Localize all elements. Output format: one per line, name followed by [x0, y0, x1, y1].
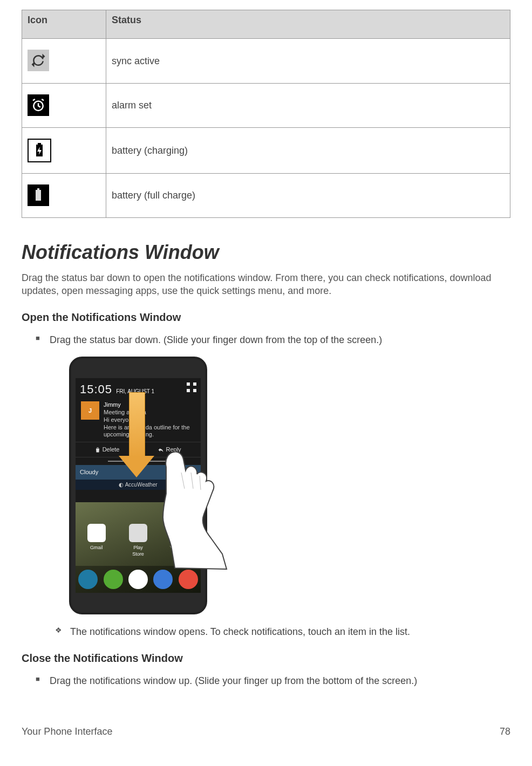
open-step: Drag the status bar down. (Slide your fi… [50, 333, 510, 346]
playstore-icon [129, 524, 147, 542]
shade-time: 15:05 [80, 382, 112, 396]
close-step: Drag the notifications window up. (Slide… [50, 674, 510, 687]
status-text: battery (full charge) [106, 173, 510, 217]
table-row: battery (charging) [22, 127, 510, 173]
avatar: J [81, 401, 99, 420]
sync-icon [28, 50, 49, 71]
open-heading: Open the Notifications Window [22, 310, 510, 325]
notif-sender: Jimmy [104, 401, 121, 408]
table-row: battery (full charge) [22, 173, 510, 217]
svg-rect-2 [38, 143, 41, 145]
weather-condition: Cloudy [80, 468, 98, 476]
table-row: sync active [22, 39, 510, 83]
status-icon-table: Icon Status sync active alarm set [22, 10, 510, 218]
battery-full-icon [28, 184, 49, 206]
section-lead: Drag the status bar down to open the not… [22, 271, 510, 298]
svg-rect-3 [36, 190, 41, 201]
section-heading: Notifications Window [22, 240, 510, 266]
browser-icon [153, 570, 173, 589]
battery-charging-icon [28, 139, 51, 162]
hand-pointer-icon [150, 435, 242, 570]
phone-icon [78, 570, 98, 589]
close-heading: Close the Notifications Window [22, 651, 510, 666]
col-header-icon: Icon [22, 10, 106, 39]
status-text: alarm set [106, 83, 510, 127]
phone-illustration: 15:05 FRI, AUGUST 1 J Jimmy Meeting agen… [69, 357, 236, 615]
page-number: 78 [500, 725, 510, 738]
apps-icon [128, 570, 148, 589]
quick-settings-icon [187, 382, 196, 392]
status-text: battery (charging) [106, 127, 510, 173]
status-text: sync active [106, 39, 510, 83]
svg-rect-4 [37, 188, 39, 190]
footer-title: Your Phone Interface [22, 725, 112, 738]
table-row: alarm set [22, 83, 510, 127]
open-result: The notifications window opens. To check… [70, 625, 510, 638]
drag-down-arrow-icon [123, 392, 150, 484]
chrome-icon [179, 570, 198, 589]
gmail-icon [87, 524, 106, 542]
col-header-status: Status [106, 10, 510, 39]
alarm-icon [28, 94, 49, 116]
messages-icon [104, 570, 123, 589]
